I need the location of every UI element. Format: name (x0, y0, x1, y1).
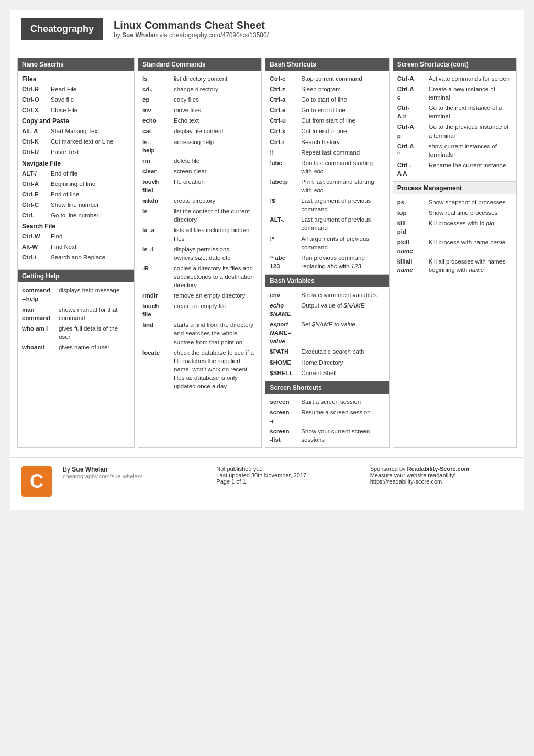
footer-author: By Sue Whelan (63, 466, 206, 473)
cmd-desc: Close File (51, 106, 130, 114)
cmd-desc: Kill all processes with names beginning … (429, 257, 512, 274)
cmd-key: clear (142, 167, 174, 176)
list-item: Ctrl-KCut marked text or Line (20, 136, 131, 147)
list-item: Ctrl-XClose File (20, 105, 131, 115)
sponsor-name: Readability-Score.com (407, 466, 470, 472)
list-item: killallnameKill all processes with names… (396, 256, 514, 275)
cmd-key: $SHELL (270, 369, 301, 377)
cmd-desc: copies a directory its files and subdire… (174, 264, 257, 289)
cmd-desc: check the database to see if a file matc… (174, 348, 257, 390)
list-item: !abc:pPrint last command starting with a… (268, 177, 386, 195)
cmd-key: ALT-/ (22, 169, 51, 178)
cmd-key: killpid (397, 219, 429, 236)
cmd-desc: list directory content (174, 74, 257, 83)
cmd-desc: create directory (174, 196, 257, 205)
cmd-key: ^ abc123 (270, 254, 301, 270)
cmd-key: pkillname (397, 238, 429, 255)
cmd-desc: Start a screen session (301, 398, 384, 406)
cmd-key: touchfile1 (142, 178, 174, 194)
bash-section: Bash Shortcuts Ctrl-cStop current comman… (265, 58, 389, 448)
footer-page: Page 1 of 1. (216, 478, 359, 485)
cmd-key: whoami (22, 343, 59, 352)
list-item: ls--helpaccessing help (141, 137, 259, 156)
cmd-key: mancommand (22, 305, 59, 322)
list-item: screen-rResume a screen session (268, 407, 386, 426)
cmd-desc: Repeat last command (301, 148, 384, 157)
cmd-key: Alt- A (22, 127, 51, 135)
cmd-desc: Home Directory (301, 358, 384, 367)
cmd-key: Ctrl-r (270, 138, 301, 146)
list-item: Ctrl-kCut to end of line (268, 126, 386, 136)
standard-header: Standard Commands (138, 58, 261, 71)
list-item: mvmove files (141, 105, 259, 115)
cmd-key: !$ (270, 196, 301, 213)
cmd-key: Ctrl-C (22, 201, 51, 209)
list-item: screenStart a screen session (268, 397, 386, 407)
cmd-key: Ctrl-A (22, 180, 51, 188)
list-item: Ctrl-_Go to line number (20, 210, 131, 221)
cmd-desc: Search history (301, 138, 384, 146)
list-item: echo$NAMEOutput value of $NAME (268, 300, 386, 319)
list-item: rmdelete file (141, 156, 259, 166)
cmd-desc: Search and Replace (51, 253, 130, 261)
list-item: envShow environment variables (268, 290, 386, 300)
list-item: cpcopy files (141, 94, 259, 105)
cmd-desc: Create a new instance of terminal (429, 85, 512, 102)
cmd-key: who am i (22, 324, 59, 341)
cmd-key: Ctrl -A A (397, 161, 429, 178)
footer-sponsor-col: Sponsored by Readability-Score.com Measu… (370, 466, 513, 485)
list-item: killpidKill processes with id pid (396, 218, 514, 237)
nano-header: Nano Seacrhs (18, 58, 134, 71)
list-item: catdisplay file content (141, 126, 259, 136)
list-item: Ctrl-AcCreate a new instance of terminal (396, 84, 514, 103)
nano-section: Nano Seacrhs Files Ctrl-RRead File Ctrl-… (17, 58, 135, 448)
list-item: !abcRun last command starting with abc (268, 158, 386, 177)
header-title: Linux Commands Cheat Sheet by Sue Whelan… (114, 19, 269, 39)
author-name: Sue Whelan (122, 31, 158, 39)
cmd-key: Ctrl-A" (397, 142, 429, 159)
cmd-key: -R (142, 264, 174, 289)
cmd-key: killallname (397, 257, 429, 274)
cmd-desc: Save file (51, 95, 130, 104)
cmd-desc: display file content (174, 127, 257, 135)
list-item: findstarts a find from the directory and… (141, 320, 259, 347)
screen-shortcuts-content: screenStart a screen session screen-rRes… (265, 394, 388, 447)
cmd-desc: Cut to end of line (301, 127, 384, 135)
cmd-desc: Resume a screen session (301, 408, 384, 425)
cmd-key: la -a (142, 226, 174, 243)
list-item: who am igives full details of the user (20, 323, 131, 342)
cmd-desc: displays permissions, owners,size, date … (174, 245, 257, 262)
cmd-desc: move files (174, 106, 257, 114)
list-item: !!Repeat last command (268, 147, 386, 158)
cmd-key: ls (142, 207, 174, 224)
cmd-desc: Show snapshot of processes (429, 198, 512, 206)
list-item: Ctrl-CShow line number (20, 200, 131, 210)
cmd-desc: Cut from start of line (301, 116, 384, 125)
footer-logo: C (21, 466, 52, 497)
list-item: Ctrl-cStop current command (268, 73, 386, 84)
list-item: !*All arguments of previous command (268, 234, 386, 253)
cmd-key: !abc:p (270, 178, 301, 194)
cmd-desc: Kill process with name name (429, 238, 512, 255)
cmd-key: Ctrl-W (22, 232, 51, 240)
list-item: Ctrl-\Search and Replace (20, 252, 131, 262)
cmd-desc: lists all files including hidden files (174, 226, 257, 243)
cmd-desc: Last argument of previous command (301, 215, 384, 232)
list-item: psShow snapshot of processes (396, 197, 514, 207)
list-item: echoEcho text (141, 115, 259, 126)
cmd-key: Ctrl-U (22, 148, 51, 156)
page: Cheatography Linux Commands Cheat Sheet … (10, 10, 524, 510)
cmd-key: Ctrl-c (270, 74, 301, 83)
footer-author-url: cheatography.com/sue-whelan/ (63, 473, 206, 479)
list-item: pkillnameKill process with name name (396, 237, 514, 256)
help-header: Getting Help (18, 270, 134, 282)
list-item: Ctrl-A"show current instances of termina… (396, 141, 514, 160)
list-item: Ctrl-eGo to end of line (268, 105, 386, 115)
cmd-key: exportNAME=value (270, 320, 301, 345)
list-item: $HOMEHome Directory (268, 357, 386, 368)
footer-last-updated: Last updated 30th November, 2017. (216, 472, 359, 478)
screen-shortcuts-header: Screen Shortcuts (265, 381, 388, 394)
list-item: exportNAME=valueSet $NAME to value (268, 319, 386, 346)
list-item: Ctrl-zSleep program (268, 84, 386, 94)
header-url: cheatography.com/47090/cs/13580/ (169, 31, 269, 39)
